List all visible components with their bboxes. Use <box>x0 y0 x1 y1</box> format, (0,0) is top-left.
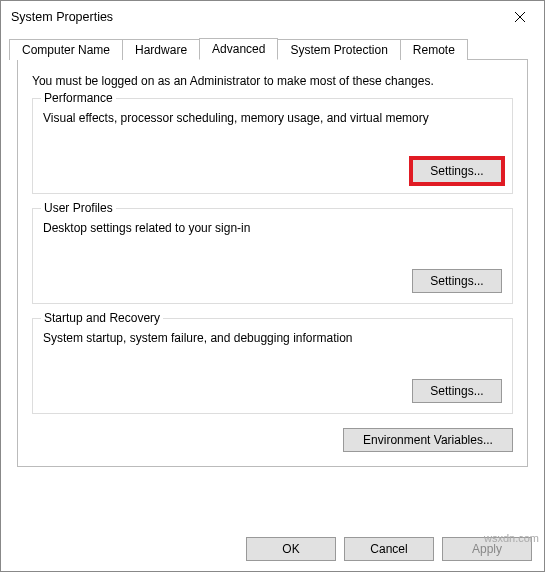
advanced-panel: You must be logged on as an Administrato… <box>17 59 528 467</box>
env-variables-row: Environment Variables... <box>32 428 513 452</box>
tab-advanced[interactable]: Advanced <box>199 38 278 60</box>
ok-button[interactable]: OK <box>246 537 336 561</box>
environment-variables-button[interactable]: Environment Variables... <box>343 428 513 452</box>
startup-recovery-settings-button[interactable]: Settings... <box>412 379 502 403</box>
user-profiles-desc: Desktop settings related to your sign-in <box>43 221 502 235</box>
apply-button[interactable]: Apply <box>442 537 532 561</box>
tab-strip: Computer Name Hardware Advanced System P… <box>9 37 536 59</box>
user-profiles-group: User Profiles Desktop settings related t… <box>32 208 513 304</box>
performance-desc: Visual effects, processor scheduling, me… <box>43 111 502 125</box>
cancel-button[interactable]: Cancel <box>344 537 434 561</box>
startup-recovery-legend: Startup and Recovery <box>41 311 163 325</box>
window-title: System Properties <box>11 10 113 24</box>
close-icon <box>514 11 526 23</box>
user-profiles-button-row: Settings... <box>43 269 502 293</box>
performance-legend: Performance <box>41 91 116 105</box>
performance-group: Performance Visual effects, processor sc… <box>32 98 513 194</box>
tab-system-protection[interactable]: System Protection <box>277 39 400 60</box>
user-profiles-legend: User Profiles <box>41 201 116 215</box>
tabs-container: Computer Name Hardware Advanced System P… <box>1 33 544 467</box>
user-profiles-settings-button[interactable]: Settings... <box>412 269 502 293</box>
startup-recovery-group: Startup and Recovery System startup, sys… <box>32 318 513 414</box>
titlebar: System Properties <box>1 1 544 33</box>
startup-recovery-desc: System startup, system failure, and debu… <box>43 331 502 345</box>
performance-settings-button[interactable]: Settings... <box>412 159 502 183</box>
admin-note: You must be logged on as an Administrato… <box>32 74 513 88</box>
startup-recovery-button-row: Settings... <box>43 379 502 403</box>
dialog-button-row: OK Cancel Apply <box>1 527 544 571</box>
performance-button-row: Settings... <box>43 159 502 183</box>
tab-hardware[interactable]: Hardware <box>122 39 200 60</box>
close-button[interactable] <box>498 2 542 32</box>
tab-computer-name[interactable]: Computer Name <box>9 39 123 60</box>
system-properties-window: System Properties Computer Name Hardware… <box>0 0 545 572</box>
tab-remote[interactable]: Remote <box>400 39 468 60</box>
